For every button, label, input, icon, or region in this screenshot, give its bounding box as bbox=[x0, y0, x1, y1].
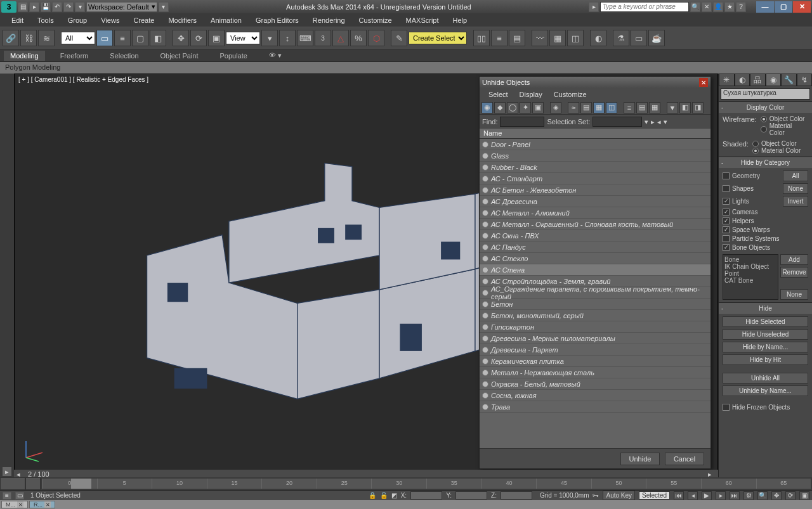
selection-set-input[interactable] bbox=[593, 117, 642, 127]
menu-animation[interactable]: Animation bbox=[204, 15, 248, 25]
spinner-snap-icon[interactable]: ⬡ bbox=[368, 30, 384, 46]
dlg-menu-customize[interactable]: Customize bbox=[549, 89, 592, 100]
menu-customize[interactable]: Customize bbox=[353, 15, 398, 25]
pivot-icon[interactable]: ▾ bbox=[261, 30, 278, 46]
workspace-opts-icon[interactable]: ▾ bbox=[159, 2, 169, 12]
ribbon-subpanel[interactable]: Polygon Modeling bbox=[0, 62, 812, 74]
timeline-mini-icon[interactable] bbox=[25, 477, 41, 490]
shaded-material-radio[interactable] bbox=[752, 148, 759, 154]
cancel-button[interactable]: Cancel bbox=[665, 453, 704, 465]
hierarchy-tab-icon[interactable]: 品 bbox=[750, 74, 766, 86]
hide-action-button[interactable]: Unhide All bbox=[723, 373, 808, 383]
nav-max-icon[interactable]: ▣ bbox=[799, 491, 809, 500]
ribbon-tab-freeform[interactable]: Freeform bbox=[54, 51, 95, 61]
icon-view-icon[interactable]: ▦ bbox=[649, 102, 660, 113]
timeline-config-icon[interactable] bbox=[0, 477, 25, 490]
list-item[interactable]: Бетон bbox=[480, 299, 710, 310]
material-editor-icon[interactable]: ◐ bbox=[590, 30, 606, 46]
group-filter-icon[interactable]: ▤ bbox=[580, 102, 592, 113]
remove-button[interactable]: Remove bbox=[780, 267, 808, 278]
list-item[interactable]: Металл - Нержавеющая сталь bbox=[480, 367, 710, 378]
isolate-icon[interactable]: ◩ bbox=[391, 492, 397, 499]
hide-category-list[interactable]: BoneIK Chain ObjectPointCAT Bone bbox=[723, 254, 778, 300]
menu-tools[interactable]: Tools bbox=[31, 15, 60, 25]
list-item[interactable]: АС Стена bbox=[480, 264, 710, 276]
autokey-button[interactable]: Auto Key bbox=[603, 491, 635, 500]
list-item[interactable]: Древесина - Мерные пиломатериалы bbox=[480, 333, 710, 344]
render-setup-icon[interactable]: ⚗ bbox=[613, 30, 629, 46]
list-item[interactable]: Керамическая плитка bbox=[480, 356, 710, 367]
edit-sel-icon[interactable]: ✎ bbox=[391, 30, 407, 46]
selset-add-icon[interactable]: ▸ bbox=[651, 118, 655, 126]
select-none-icon[interactable]: ◨ bbox=[692, 102, 704, 113]
scale-icon[interactable]: ▣ bbox=[208, 30, 225, 46]
hide-action-button[interactable]: Hide Unselected bbox=[723, 329, 808, 340]
create-selection-set[interactable]: Create Selection Se bbox=[409, 32, 467, 44]
create-tab-icon[interactable]: ✳ bbox=[719, 74, 735, 86]
category-check[interactable] bbox=[723, 172, 730, 179]
select-name-icon[interactable]: ≡ bbox=[114, 30, 131, 46]
list-item[interactable]: АС Бетон - Железобетон bbox=[480, 184, 710, 196]
bone-filter-icon[interactable]: ◫ bbox=[606, 102, 617, 113]
hide-action-button[interactable]: Hide by Hit bbox=[723, 354, 808, 365]
list-item[interactable]: АС_Ограждение парапета, с порошковым пок… bbox=[480, 287, 710, 299]
category-check[interactable] bbox=[723, 217, 730, 224]
named-selection[interactable]: All bbox=[61, 32, 95, 44]
search-icon[interactable]: 🔍 bbox=[690, 2, 700, 12]
detail-view-icon[interactable]: ▤ bbox=[636, 102, 648, 113]
info-icon[interactable]: ▸ bbox=[589, 2, 599, 12]
workspace-selector[interactable]: Workspace: Default▾ bbox=[86, 2, 157, 12]
bind-icon[interactable]: ≋ bbox=[38, 30, 55, 46]
helper-filter-icon[interactable]: ◈ bbox=[550, 102, 561, 113]
list-item[interactable]: АС - Стандарт bbox=[480, 173, 710, 184]
list-view-icon[interactable]: ≡ bbox=[624, 102, 635, 113]
z-input[interactable] bbox=[501, 491, 532, 499]
modify-tab-icon[interactable]: ◐ bbox=[735, 74, 750, 86]
category-check[interactable] bbox=[723, 209, 730, 216]
display-color-rollout[interactable]: Display Color bbox=[719, 102, 812, 113]
schematic-icon[interactable]: ◫ bbox=[567, 30, 584, 46]
category-check[interactable] bbox=[723, 198, 730, 205]
xref-filter-icon[interactable]: ▦ bbox=[593, 102, 605, 113]
time-config-icon[interactable]: ⚙ bbox=[743, 491, 754, 500]
task-close-icon[interactable]: ✕ bbox=[17, 501, 23, 508]
snap-3-icon[interactable]: 3 bbox=[315, 30, 331, 46]
find-input[interactable] bbox=[500, 117, 544, 127]
ribbon-tab-modeling[interactable]: Modeling bbox=[4, 51, 45, 61]
listener-icon[interactable]: ▭ bbox=[15, 492, 24, 499]
move-icon[interactable]: ✥ bbox=[173, 30, 189, 46]
mirror-icon[interactable]: ▯▯ bbox=[473, 30, 490, 46]
dlg-menu-display[interactable]: Display bbox=[514, 89, 547, 100]
project-icon[interactable]: ▾ bbox=[75, 2, 85, 12]
open-icon[interactable]: ▸ bbox=[29, 2, 39, 12]
menu-views[interactable]: Views bbox=[95, 15, 126, 25]
category-check[interactable] bbox=[723, 226, 730, 233]
none-button[interactable]: None bbox=[783, 183, 808, 194]
timeline-track[interactable]: 05101520253035404550556065 bbox=[42, 479, 811, 489]
goto-end-icon[interactable]: ⏭ bbox=[730, 491, 740, 500]
category-check[interactable] bbox=[723, 244, 730, 251]
list-item[interactable]: Окраска - Белый, матовый bbox=[480, 378, 710, 390]
goto-start-icon[interactable]: ⏮ bbox=[674, 491, 684, 500]
nav-zoom-icon[interactable]: 🔍 bbox=[757, 491, 768, 500]
hide-action-button[interactable]: Hide by Name... bbox=[723, 342, 808, 352]
unhide-button[interactable]: Unhide bbox=[620, 453, 660, 465]
angle-snap-icon[interactable]: △ bbox=[332, 30, 349, 46]
list-item[interactable]: Glass bbox=[480, 150, 710, 162]
help-icon[interactable]: ? bbox=[736, 2, 746, 12]
select-object-icon[interactable]: ▭ bbox=[96, 30, 113, 46]
dlg-menu-select[interactable]: Select bbox=[483, 89, 513, 100]
favorites-icon[interactable]: ★ bbox=[724, 2, 735, 12]
curve-editor-icon[interactable]: 〰 bbox=[532, 30, 548, 46]
list-item[interactable]: АС Стекло bbox=[480, 253, 710, 264]
menu-modifiers[interactable]: Modifiers bbox=[162, 15, 203, 25]
lock-icon[interactable]: 🔒 bbox=[369, 492, 376, 499]
task-close-icon[interactable]: ✕ bbox=[44, 501, 51, 508]
list-item[interactable]: АС Металл - Алюминий bbox=[480, 207, 710, 219]
exchange-icon[interactable]: ✕ bbox=[702, 2, 712, 12]
object-name-field[interactable]: Сухая штукатурка bbox=[721, 88, 810, 100]
invert-button[interactable]: Invert bbox=[783, 196, 808, 207]
list-item[interactable]: АС Пандус bbox=[480, 242, 710, 253]
camera-filter-icon[interactable]: ▣ bbox=[532, 102, 544, 113]
keyboard-icon[interactable]: ⌨ bbox=[297, 30, 313, 46]
